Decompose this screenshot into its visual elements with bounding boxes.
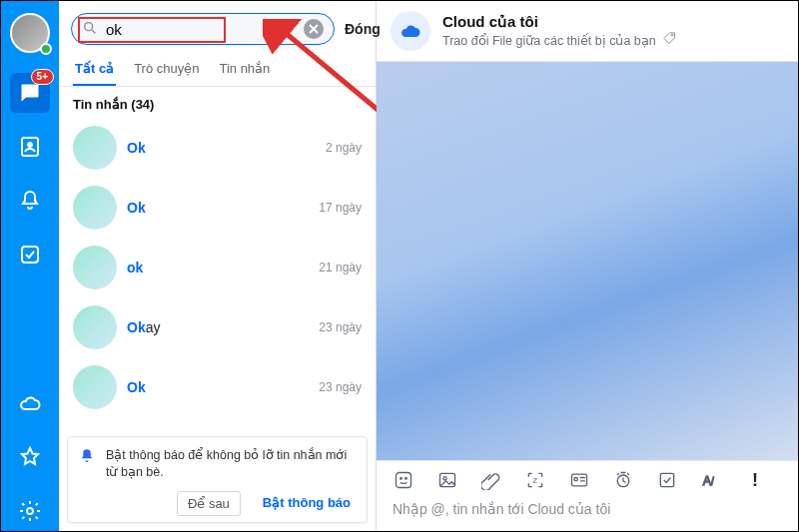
results-section-header: Tin nhắn (34) [59, 87, 376, 118]
cloud-icon [18, 391, 42, 415]
tab-messages[interactable]: Tin nhắn [217, 53, 272, 86]
app-root: 5+ [0, 0, 799, 532]
svg-point-10 [443, 477, 446, 480]
svg-rect-2 [22, 247, 38, 263]
svg-point-7 [400, 478, 402, 480]
result-item[interactable]: ok 21 ngày [59, 238, 376, 297]
tab-conversations[interactable]: Trò chuyện [132, 53, 201, 86]
rail-notifications[interactable] [10, 181, 50, 221]
search-box[interactable] [71, 13, 335, 45]
todo-icon [18, 243, 42, 266]
user-avatar[interactable] [10, 13, 50, 53]
search-row: Đóng [59, 1, 376, 53]
result-text: Ok [127, 140, 316, 156]
rail-settings[interactable] [10, 491, 50, 531]
composer: Z A/ ! [377, 460, 798, 531]
tab-all[interactable]: Tất cả [73, 53, 116, 86]
chat-header: Cloud của tôi Trao đổi File giữa các thi… [377, 1, 798, 62]
gear-icon [18, 499, 42, 523]
result-thumb [73, 246, 117, 289]
result-text: Ok [127, 379, 309, 395]
bell-filled-icon [78, 447, 96, 468]
result-time: 2 ngày [326, 141, 362, 155]
attachment-icon[interactable] [480, 469, 502, 491]
search-input[interactable] [106, 21, 296, 38]
format-icon[interactable]: A/ [700, 469, 722, 491]
notif-enable-button[interactable]: Bật thông báo [257, 491, 357, 516]
result-thumb [73, 126, 117, 170]
rail-todo[interactable] [10, 235, 50, 274]
screenshot-icon[interactable]: Z [524, 469, 546, 491]
result-text: ok [127, 260, 309, 275]
presence-dot [40, 43, 52, 55]
svg-text:/: / [711, 476, 714, 487]
svg-text:Z: Z [533, 476, 538, 485]
rail-chat[interactable]: 5+ [10, 73, 50, 113]
contacts-icon [18, 135, 42, 159]
result-item[interactable]: Ok 17 ngày [59, 178, 376, 238]
notification-text: Bật thông báo để không bỏ lỡ tin nhắn mớ… [106, 447, 357, 481]
search-icon [82, 20, 98, 39]
nav-rail: 5+ [1, 1, 59, 531]
result-thumb [73, 305, 117, 349]
result-time: 23 ngày [319, 320, 362, 334]
rail-contacts[interactable] [10, 127, 50, 167]
chat-subtitle: Trao đổi File giữa các thiết bị của bạn [442, 33, 656, 48]
right-pane: Cloud của tôi Trao đổi File giữa các thi… [377, 1, 798, 531]
cloud-avatar[interactable] [391, 11, 430, 51]
search-tabs: Tất cả Trò chuyện Tin nhắn [59, 53, 376, 87]
tag-icon[interactable] [662, 31, 677, 49]
notif-later-button[interactable]: Để sau [177, 491, 241, 516]
unread-badge: 5+ [31, 69, 54, 85]
clear-search-button[interactable] [304, 19, 324, 39]
result-time: 17 ngày [319, 201, 362, 215]
result-thumb [73, 365, 117, 409]
svg-point-1 [28, 143, 33, 148]
rail-cloud[interactable] [10, 383, 50, 423]
search-results: Ok 2 ngày Ok 17 ngày ok 21 ngày Okay 23 … [59, 118, 376, 428]
svg-point-4 [85, 22, 93, 30]
sticker-icon[interactable] [393, 469, 414, 491]
composer-input[interactable] [393, 501, 782, 517]
close-search[interactable]: Đóng [345, 21, 381, 37]
task-icon[interactable] [656, 469, 678, 491]
result-thumb [73, 186, 117, 230]
close-icon [309, 24, 319, 34]
reminder-icon[interactable] [612, 469, 634, 491]
svg-point-3 [27, 508, 33, 514]
composer-toolbar: Z A/ ! [377, 461, 798, 495]
left-pane: Đóng Tất cả Trò chuyện Tin nhắn Tin nhắn… [59, 1, 377, 531]
result-item[interactable]: Ok 23 ngày [59, 357, 376, 417]
result-text: Ok [127, 200, 309, 216]
result-time: 23 ngày [319, 380, 362, 394]
image-icon[interactable] [436, 469, 458, 491]
priority-icon[interactable]: ! [744, 469, 766, 491]
svg-point-8 [405, 478, 407, 480]
notification-card: Bật thông báo để không bỏ lỡ tin nhắn mớ… [67, 436, 368, 523]
chat-title: Cloud của tôi [442, 13, 677, 31]
svg-point-13 [574, 478, 577, 481]
chat-body[interactable] [377, 62, 798, 460]
bell-icon [18, 189, 42, 213]
svg-rect-15 [660, 473, 673, 486]
cloud-filled-icon [399, 19, 422, 43]
result-time: 21 ngày [319, 261, 362, 274]
star-icon [18, 445, 42, 469]
rail-star[interactable] [10, 437, 50, 477]
result-item[interactable]: Okay 23 ngày [59, 297, 376, 357]
svg-rect-6 [397, 473, 411, 488]
result-text: Okay [127, 319, 309, 335]
result-item[interactable]: Ok 2 ngày [59, 118, 376, 178]
card-icon[interactable] [568, 469, 590, 491]
